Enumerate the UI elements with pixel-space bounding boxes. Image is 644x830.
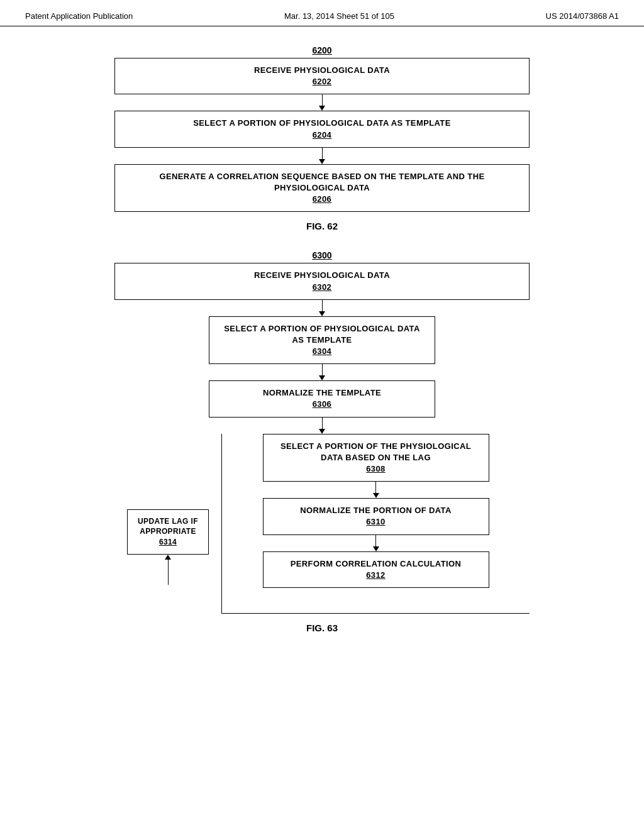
box-6304: SELECT A PORTION OF PHYSIOLOGICAL DATA A… — [209, 316, 435, 365]
box-6206: GENERATE A CORRELATION SEQUENCE BASED ON… — [114, 164, 530, 213]
arrow-6204-6206 — [319, 148, 325, 164]
box-6204: SELECT A PORTION OF PHYSIOLOGICAL DATA A… — [114, 111, 530, 147]
arrow-6302-6304 — [319, 300, 325, 316]
fig63-flow-label: 6300 — [312, 250, 331, 260]
page-header: Patent Application Publication Mar. 13, … — [0, 0, 644, 26]
loop-right-flow: SELECT A PORTION OF THE PHYSIOLOGICAL DA… — [221, 434, 530, 614]
arrow-6310-6312 — [373, 535, 379, 551]
header-left: Patent Application Publication — [25, 11, 133, 21]
box-6314: UPDATE LAG IF APPROPRIATE 6314 — [127, 509, 209, 555]
box-6308: SELECT A PORTION OF THE PHYSIOLOGICAL DA… — [263, 434, 489, 482]
arrow-6304-6306 — [319, 364, 325, 380]
box-6308-wrapper: SELECT A PORTION OF THE PHYSIOLOGICAL DA… — [222, 434, 530, 482]
box-6202: RECEIVE PHYSIOLOGICAL DATA 6202 — [114, 58, 530, 94]
header-center: Mar. 13, 2014 Sheet 51 of 105 — [284, 11, 394, 21]
fig63-label: FIG. 63 — [306, 622, 338, 633]
box-6302: RECEIVE PHYSIOLOGICAL DATA 6302 — [114, 263, 530, 299]
box-6310: NORMALIZE THE PORTION OF DATA 6310 — [263, 498, 489, 534]
arrow-6306-loop — [319, 418, 325, 434]
bottom-connector — [222, 588, 530, 613]
box-6306: NORMALIZE THE TEMPLATE 6306 — [209, 380, 435, 417]
arrow-6202-6204 — [319, 94, 325, 111]
fig62-flowchart: 6200 RECEIVE PHYSIOLOGICAL DATA 6202 SEL… — [38, 45, 606, 250]
loop-section: UPDATE LAG IF APPROPRIATE 6314 — [114, 434, 530, 614]
loop-left-side: UPDATE LAG IF APPROPRIATE 6314 — [114, 434, 221, 585]
loop-up-arrow — [165, 555, 171, 585]
box-6312: PERFORM CORRELATION CALCULATION 6312 — [263, 551, 489, 588]
arrow-6308-6310 — [373, 482, 379, 498]
fig62-label: FIG. 62 — [306, 221, 338, 231]
loop-bracket-wrapper: SELECT A PORTION OF THE PHYSIOLOGICAL DA… — [221, 434, 530, 614]
loop-left-connector: UPDATE LAG IF APPROPRIATE 6314 — [114, 509, 221, 585]
fig63-flowchart: 6300 RECEIVE PHYSIOLOGICAL DATA 6302 SEL… — [38, 250, 606, 652]
header-right: US 2014/073868 A1 — [546, 11, 619, 21]
main-content: 6200 RECEIVE PHYSIOLOGICAL DATA 6202 SEL… — [0, 26, 644, 671]
fig62-flow-label: 6200 — [312, 45, 331, 55]
